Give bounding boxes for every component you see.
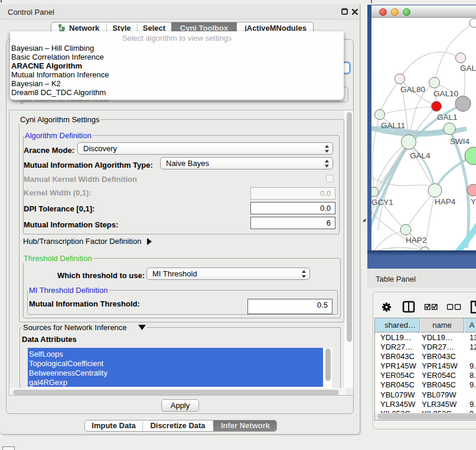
svg-text:GCY1: GCY1: [371, 198, 393, 207]
svg-text:SWI4: SWI4: [450, 137, 470, 146]
svg-text:GAL10: GAL10: [433, 89, 458, 98]
svg-text:HAP4: HAP4: [435, 197, 456, 206]
svg-text:GAL80: GAL80: [400, 85, 425, 94]
svg-text:GAL4: GAL4: [410, 151, 431, 160]
svg-text:GAL11: GAL11: [381, 121, 405, 130]
svg-text:Y: Y: [471, 197, 476, 206]
svg-text:HAP2: HAP2: [406, 236, 426, 244]
svg-text:GAL1: GAL1: [437, 113, 458, 122]
svg-text:GAL2: GAL2: [460, 64, 476, 73]
